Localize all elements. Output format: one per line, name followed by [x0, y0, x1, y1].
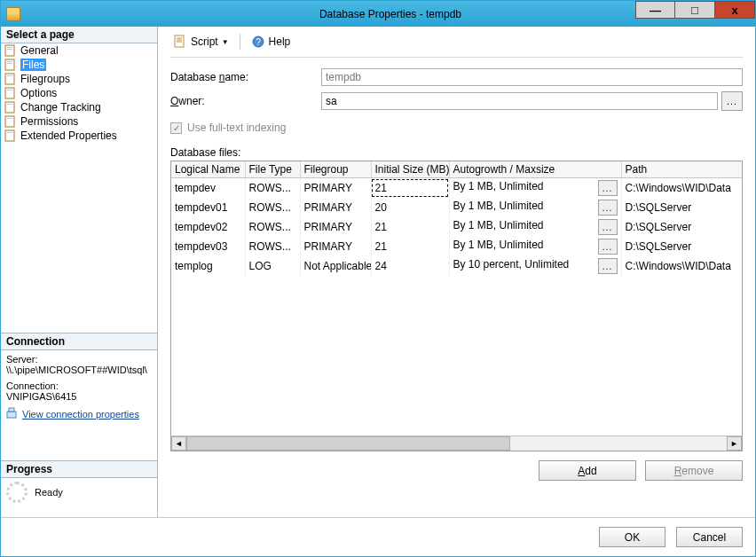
svg-rect-5	[7, 63, 12, 64]
cell-autogrowth[interactable]: By 1 MB, Unlimited...	[449, 198, 621, 217]
app-icon	[6, 7, 20, 21]
table-row[interactable]: tempdevROWS...PRIMARY21By 1 MB, Unlimite…	[171, 178, 742, 199]
owner-input[interactable]	[321, 92, 718, 110]
header-logical-name[interactable]: Logical Name	[171, 161, 245, 178]
sidebar-item-permissions[interactable]: Permissions	[1, 114, 157, 129]
cell-filegroup[interactable]: PRIMARY	[300, 237, 371, 256]
fulltext-checkbox-row: ✓ Use full-text indexing	[170, 122, 743, 134]
table-row[interactable]: tempdev03ROWS...PRIMARY21By 1 MB, Unlimi…	[171, 237, 742, 256]
sidebar-item-files[interactable]: Files	[1, 58, 157, 72]
cell-autogrowth[interactable]: By 1 MB, Unlimited...	[449, 217, 621, 237]
header-autogrowth[interactable]: Autogrowth / Maxsize	[449, 161, 621, 178]
table-row[interactable]: tempdev01ROWS...PRIMARY20By 1 MB, Unlimi…	[171, 198, 742, 217]
header-filegroup[interactable]: Filegroup	[300, 161, 371, 178]
cell-logical[interactable]: templog	[171, 256, 245, 276]
autogrowth-browse-button[interactable]: ...	[598, 200, 618, 216]
svg-rect-0	[5, 45, 14, 56]
cell-filegroup[interactable]: PRIMARY	[300, 198, 371, 217]
svg-rect-16	[7, 412, 16, 418]
cell-logical[interactable]: tempdev02	[171, 217, 245, 237]
cell-autogrowth[interactable]: By 10 percent, Unlimited...	[449, 256, 621, 276]
svg-rect-8	[5, 88, 14, 98]
fulltext-label: Use full-text indexing	[187, 122, 286, 134]
scroll-left-button[interactable]: ◄	[171, 436, 186, 451]
cell-filetype[interactable]: ROWS...	[245, 198, 300, 217]
owner-browse-button[interactable]: ...	[721, 91, 743, 111]
cell-logical[interactable]: tempdev03	[171, 237, 245, 256]
minimize-button[interactable]: —	[635, 1, 675, 19]
svg-rect-9	[7, 90, 12, 90]
view-connection-properties-link[interactable]: View connection properties	[6, 407, 152, 421]
scroll-track[interactable]	[186, 436, 727, 451]
cell-filetype[interactable]: ROWS...	[245, 217, 300, 237]
table-row[interactable]: tempdev02ROWS...PRIMARY21By 1 MB, Unlimi…	[171, 217, 742, 237]
cell-filetype[interactable]: LOG	[245, 256, 300, 276]
sidebar-item-general[interactable]: General	[1, 43, 157, 58]
autogrowth-browse-button[interactable]: ...	[598, 180, 618, 196]
cell-path[interactable]: C:\Windows\WID\Data	[621, 178, 742, 199]
page-icon	[4, 115, 17, 128]
table-row[interactable]: templogLOGNot Applicable24By 10 percent,…	[171, 256, 742, 276]
sidebar-item-label: Extended Properties	[20, 129, 117, 142]
connection-label: Connection:	[6, 380, 152, 391]
files-grid[interactable]: Logical Name File Type Filegroup Initial…	[170, 161, 743, 451]
maximize-button[interactable]: □	[675, 1, 715, 19]
svg-rect-4	[7, 61, 12, 62]
script-button[interactable]: Script ▼	[170, 34, 232, 50]
cell-filegroup[interactable]: PRIMARY	[300, 217, 371, 237]
add-button[interactable]: Add	[539, 460, 636, 481]
svg-rect-3	[5, 59, 14, 70]
sidebar-item-extended-properties[interactable]: Extended Properties	[1, 129, 157, 143]
cell-autogrowth[interactable]: By 1 MB, Unlimited...	[449, 178, 621, 199]
cell-size[interactable]: 21	[371, 217, 449, 237]
autogrowth-browse-button[interactable]: ...	[598, 219, 618, 235]
dropdown-arrow-icon: ▼	[222, 38, 229, 46]
scroll-thumb[interactable]	[186, 436, 510, 451]
cell-size[interactable]: 20	[371, 198, 449, 217]
scroll-right-button[interactable]: ►	[727, 436, 742, 451]
cancel-button[interactable]: Cancel	[676, 527, 743, 547]
page-icon	[4, 73, 17, 85]
svg-rect-1	[7, 47, 12, 48]
svg-rect-11	[7, 104, 12, 105]
select-page-header: Select a page	[1, 27, 157, 43]
cell-filegroup[interactable]: Not Applicable	[300, 256, 371, 276]
page-icon	[4, 87, 17, 99]
help-button[interactable]: ? Help	[248, 34, 294, 50]
cell-filegroup[interactable]: PRIMARY	[300, 178, 371, 199]
sidebar-item-label: Options	[20, 87, 57, 99]
header-initial-size[interactable]: Initial Size (MB)	[371, 161, 449, 178]
progress-status: Ready	[35, 487, 63, 498]
autogrowth-browse-button[interactable]: ...	[598, 258, 618, 274]
ok-button[interactable]: OK	[599, 527, 665, 547]
database-files-label: Database files:	[170, 146, 743, 159]
progress-header: Progress	[1, 460, 157, 478]
cell-path[interactable]: D:\SQLServer	[621, 237, 742, 256]
cell-size[interactable]: 24	[371, 256, 449, 276]
sidebar-item-options[interactable]: Options	[1, 86, 157, 100]
cell-path[interactable]: D:\SQLServer	[621, 198, 742, 217]
autogrowth-browse-button[interactable]: ...	[598, 239, 618, 255]
cell-logical[interactable]: tempdev01	[171, 198, 245, 217]
connection-value: VNIPIGAS\6415	[6, 391, 152, 402]
svg-rect-13	[7, 118, 12, 119]
header-path[interactable]: Path	[621, 161, 742, 178]
cell-logical[interactable]: tempdev	[171, 178, 245, 199]
page-icon	[4, 44, 17, 57]
view-connection-properties-label: View connection properties	[22, 409, 139, 420]
owner-label: Owner:	[170, 95, 321, 107]
header-file-type[interactable]: File Type	[245, 161, 300, 178]
help-icon: ?	[251, 35, 265, 49]
cell-filetype[interactable]: ROWS...	[245, 237, 300, 256]
sidebar-item-change-tracking[interactable]: Change Tracking	[1, 100, 157, 114]
close-button[interactable]: x	[715, 1, 755, 19]
horizontal-scrollbar[interactable]: ◄ ►	[171, 435, 742, 451]
sidebar-item-filegroups[interactable]: Filegroups	[1, 72, 157, 86]
cell-path[interactable]: C:\Windows\WID\Data	[621, 256, 742, 276]
cell-autogrowth[interactable]: By 1 MB, Unlimited...	[449, 237, 621, 256]
cell-filetype[interactable]: ROWS...	[245, 178, 300, 199]
cell-path[interactable]: D:\SQLServer	[621, 217, 742, 237]
cell-size[interactable]: 21	[371, 237, 449, 256]
sidebar-item-label: Filegroups	[20, 73, 70, 85]
cell-size[interactable]: 21	[371, 178, 449, 199]
